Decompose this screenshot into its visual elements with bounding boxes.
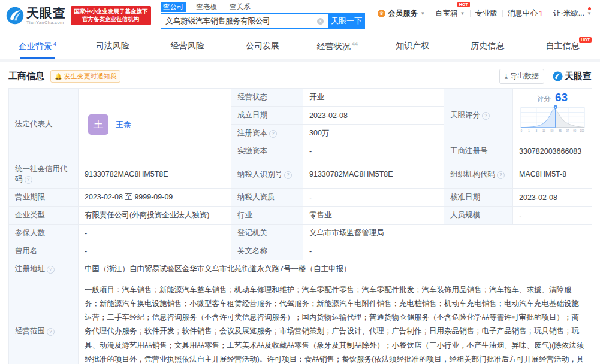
company-type-label: 企业类型 bbox=[9, 207, 79, 225]
search-tab-company[interactable]: 查公司 bbox=[161, 2, 186, 12]
nav-user-account[interactable]: 让·米歇... ▼ bbox=[548, 8, 596, 19]
approval-date-label: 核准日期 bbox=[444, 189, 513, 207]
tianyancha-logo-icon bbox=[553, 71, 563, 81]
card-brand-label: 天眼查 bbox=[565, 71, 592, 82]
export-label: 导出数据 bbox=[510, 71, 539, 81]
help-icon[interactable]: ? bbox=[25, 176, 32, 184]
tab-judicial-risk[interactable]: 司法风险 bbox=[75, 41, 150, 59]
legal-rep-label: 法定代表人 bbox=[9, 89, 79, 160]
table-row: 法定代表人 王 王泰 经营状态 开业 天眼评分? 评分 63 bbox=[9, 89, 592, 107]
score-tick: 100 bbox=[580, 129, 584, 132]
scope-label: 经营范围? bbox=[9, 278, 79, 364]
nav-member-service-label: 会员服务 bbox=[388, 8, 418, 19]
help-icon[interactable]: ? bbox=[497, 171, 505, 179]
logo-subtext: TianYanCha.com bbox=[26, 20, 66, 25]
tab-company-development[interactable]: 公司发展 bbox=[225, 41, 300, 59]
score-cell: 评分 63 bbox=[513, 89, 592, 142]
tab-label: 知识产权 bbox=[396, 41, 429, 50]
table-row: 经营范围? 一般项目：汽车销售；新能源汽车整车销售；机动车修理和维护；汽车零配件… bbox=[9, 278, 592, 364]
help-icon[interactable]: ? bbox=[269, 130, 277, 138]
company-type-value: 有限责任公司(外商投资企业法人独资) bbox=[79, 207, 231, 225]
table-row: 营业期限 2023-02-08 至 9999-09-09 纳税人资质 - 核准日… bbox=[9, 189, 592, 207]
approval-date-value: 2023-02-08 bbox=[513, 189, 592, 207]
export-data-button[interactable]: ⤓ 导出数据 bbox=[499, 69, 544, 84]
nav-member-service[interactable]: ♛ 会员服务 ▼ bbox=[373, 8, 430, 19]
score-tick: 97 bbox=[566, 129, 569, 132]
tab-self-declared-info[interactable]: HOT 自主信息 bbox=[525, 41, 600, 59]
header-nav: ♛ 会员服务 ▼ HOT 百宝箱 ▼ 专业版 消息中心 1 让·米歇... ▼ bbox=[373, 8, 596, 19]
status-label: 经营状态 bbox=[231, 89, 303, 107]
taxpayer-id-label-text: 纳税人识别号 bbox=[237, 170, 282, 178]
reg-number-label: 工商注册号 bbox=[444, 142, 513, 160]
insured-value: - bbox=[79, 225, 231, 242]
staff-size-label: 人员规模 bbox=[444, 207, 513, 225]
search-tab-relation[interactable]: 查关系 bbox=[227, 2, 253, 12]
site-logo[interactable]: 天眼查 TianYanCha.com bbox=[6, 7, 66, 25]
taxpayer-id-label: 纳税人识别号? bbox=[231, 160, 303, 189]
nav-message-center[interactable]: 消息中心 1 bbox=[503, 8, 548, 19]
chevron-down-icon: ▼ bbox=[460, 11, 465, 16]
score-label: 天眼评分? bbox=[444, 89, 513, 142]
status-value: 开业 bbox=[303, 89, 444, 107]
paid-capital-label: 实缴资本 bbox=[231, 142, 303, 160]
term-value: 2023-02-08 至 9999-09-09 bbox=[79, 189, 231, 207]
legal-rep-name-link[interactable]: 王泰 bbox=[116, 119, 131, 130]
business-info-table: 法定代表人 王 王泰 经营状态 开业 天眼评分? 评分 63 bbox=[8, 88, 592, 364]
score-tick: 50 bbox=[550, 129, 553, 132]
help-icon[interactable]: ? bbox=[482, 112, 490, 120]
score-word: 评分 bbox=[537, 95, 551, 102]
help-icon[interactable]: ? bbox=[47, 266, 55, 274]
tab-intellectual-property[interactable]: 知识产权 bbox=[375, 41, 450, 59]
industry-label: 行业 bbox=[231, 207, 303, 225]
reg-capital-value: 300万 bbox=[303, 125, 444, 142]
search-input[interactable]: 义乌蔚锐汽车销售服务有限公司 ✕ bbox=[161, 13, 328, 29]
notify-on-change-button[interactable]: 🔔 发生变更时通知我 bbox=[50, 70, 120, 83]
org-code-value: MAC8HM5T-8 bbox=[513, 160, 592, 189]
business-info-card: 工商信息 🔔 发生变更时通知我 ⤓ 导出数据 天眼查 bbox=[0, 62, 600, 364]
clear-icon[interactable]: ✕ bbox=[317, 18, 324, 25]
tab-operation-risk[interactable]: 经营风险 bbox=[150, 41, 225, 59]
site-header: 天眼查 TianYanCha.com 国家中小企业发展子基金旗下 官方备案企业征… bbox=[0, 0, 600, 31]
score-label-text: 天眼评分 bbox=[450, 111, 480, 119]
avatar: 王 bbox=[88, 114, 108, 135]
table-row: 注册地址? 中国（浙江）自由贸易试验区金华市义乌市北苑街道永兴路7号一楼（自主申… bbox=[9, 260, 592, 278]
nav-toolbox[interactable]: HOT 百宝箱 ▼ bbox=[430, 8, 469, 19]
tab-operation-status[interactable]: 经营状况44 bbox=[300, 41, 375, 59]
term-label: 营业期限 bbox=[9, 189, 79, 207]
reg-capital-label: 注册资本? bbox=[231, 125, 303, 142]
tab-label: 经营状况 bbox=[317, 41, 351, 51]
tab-history-info[interactable]: 历史信息 bbox=[450, 41, 525, 59]
chevron-down-icon: ▼ bbox=[420, 11, 425, 16]
english-name-value: - bbox=[303, 242, 592, 260]
search-button[interactable]: 天眼一下 bbox=[328, 13, 365, 29]
english-name-label: 英文名称 bbox=[231, 242, 303, 260]
org-code-label: 组织机构代码? bbox=[444, 160, 513, 189]
help-icon[interactable]: ? bbox=[284, 171, 292, 179]
industry-value: 零售业 bbox=[303, 207, 444, 225]
tab-label: 企业背景 bbox=[19, 41, 52, 51]
badge-line-2: 官方备案企业征信机构 bbox=[74, 16, 148, 23]
help-icon[interactable]: ? bbox=[47, 328, 55, 336]
address-value: 中国（浙江）自由贸易试验区金华市义乌市北苑街道永兴路7号一楼（自主申报） bbox=[79, 260, 592, 278]
nav-toolbox-label: 百宝箱 bbox=[435, 8, 458, 19]
insured-label: 参保人数 bbox=[9, 225, 79, 242]
address-label: 注册地址? bbox=[9, 260, 79, 278]
score-value: 63 bbox=[555, 91, 568, 104]
usci-label-text: 统一社会信用代码 bbox=[15, 165, 68, 183]
bell-icon: 🔔 bbox=[55, 73, 62, 80]
score-tick: 99 bbox=[573, 129, 576, 132]
card-brand: 天眼查 bbox=[553, 71, 592, 82]
scope-value: 一般项目：汽车销售；新能源汽车整车销售；机动车修理和维护；汽车零配件零售；汽车零… bbox=[79, 278, 592, 364]
nav-pro-version[interactable]: 专业版 bbox=[471, 8, 503, 19]
legal-rep-value: 王 王泰 bbox=[79, 89, 231, 160]
search-input-value: 义乌蔚锐汽车销售服务有限公司 bbox=[161, 16, 317, 26]
badge-line-1: 国家中小企业发展子基金旗下 bbox=[74, 8, 148, 16]
tab-enterprise-background[interactable]: 企业背景4 bbox=[0, 41, 75, 59]
search-tab-boss[interactable]: 查老板 bbox=[194, 2, 220, 12]
score-tick: 1 bbox=[528, 129, 530, 132]
score-tick: 13 bbox=[542, 129, 545, 132]
scope-label-text: 经营范围 bbox=[15, 327, 45, 335]
staff-size-value: - bbox=[513, 207, 592, 225]
authority-label: 登记机关 bbox=[231, 225, 303, 242]
table-row: 曾用名 - 英文名称 - bbox=[9, 242, 592, 260]
